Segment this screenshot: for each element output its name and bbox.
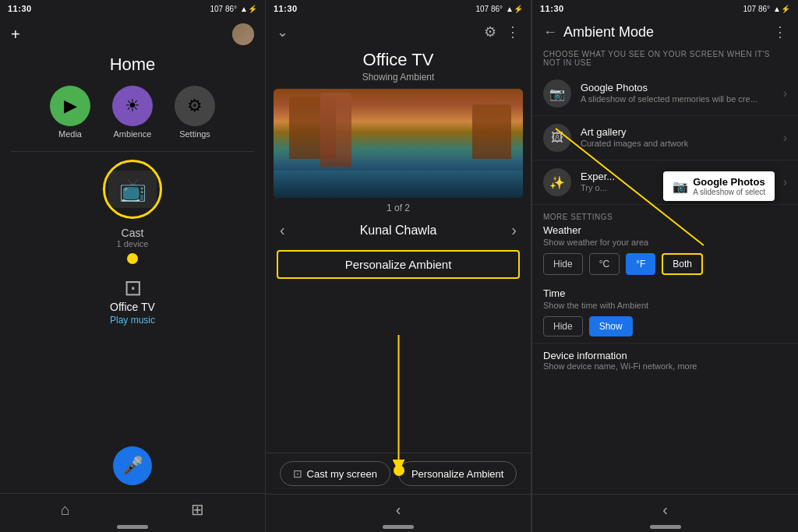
google-photos-option[interactable]: 📷 Google Photos A slideshow of selected … — [532, 72, 798, 116]
art-gallery-icon: 🖼 — [543, 124, 571, 152]
weather-both-btn[interactable]: Both — [662, 253, 703, 275]
art-gallery-chevron: › — [783, 131, 787, 145]
settings-gear-icon[interactable]: ⚙ — [484, 23, 496, 41]
panel-office-tv: 11:30 107 86° ▲⚡ ⌄ ⚙ ⋮ Office TV Showing… — [266, 0, 532, 532]
personalize-ambient-box[interactable]: Personalize Ambient — [277, 250, 520, 279]
panel-ambient-mode: 11:30 107 86° ▲⚡ ← Ambient Mode ⋮ CHOOSE… — [532, 0, 798, 532]
avatar-image — [232, 23, 254, 45]
more-settings-label: MORE SETTINGS — [532, 205, 798, 224]
tooltip-desc: A slideshow of select — [693, 188, 765, 196]
tooltip-title: Google Photos — [693, 176, 765, 188]
experimental-option[interactable]: ✨ Exper... Try o... › 📷 Google Photos A … — [532, 160, 798, 205]
ambient-image — [274, 89, 523, 198]
media-btn[interactable]: ▶ Media — [50, 86, 90, 139]
device-info-section: Device information Show device name, Wi-… — [532, 343, 798, 377]
bottom-nav-3: ‹ — [532, 494, 798, 522]
weather-desc: Show weather for your area — [543, 238, 787, 247]
device-info-title: Device information — [543, 350, 787, 361]
weather-btn-group: Hide °C °F Both — [543, 253, 787, 275]
panel2-header: ⌄ ⚙ ⋮ — [266, 17, 531, 47]
next-arrow-icon[interactable]: › — [505, 218, 523, 242]
status-bar-3: 11:30 107 86° ▲⚡ — [532, 0, 798, 17]
weather-fahrenheit-btn[interactable]: °F — [626, 253, 655, 275]
battery-wifi-icons-1: ▲⚡ — [240, 5, 257, 13]
ambient-label: Ambience — [114, 129, 152, 139]
google-photos-tooltip: 📷 Google Photos A slideshow of select — [663, 171, 775, 201]
bottom-nav-2: ‹ — [266, 494, 531, 522]
more-options-icon-3[interactable]: ⋮ — [773, 23, 787, 41]
section-choose-label: CHOOSE WHAT YOU SEE ON YOUR SCREEN WHEN … — [532, 47, 798, 72]
image-counter: 1 of 2 — [266, 203, 531, 213]
personalize-ambient-btn-label: Personalize Ambient — [411, 468, 504, 480]
prev-arrow-icon[interactable]: ‹ — [274, 218, 291, 242]
google-photos-title: Google Photos — [581, 82, 774, 93]
more-options-icon[interactable]: ⋮ — [506, 23, 520, 41]
yellow-dot-2 — [394, 465, 404, 476]
back-nav-icon-2[interactable]: ‹ — [396, 501, 401, 519]
back-arrow-icon[interactable]: ← — [543, 24, 557, 41]
showing-ambient-subtitle: Showing Ambient — [266, 72, 531, 83]
panel3-header: ← Ambient Mode ⋮ — [532, 17, 798, 47]
home-title: Home — [0, 51, 265, 86]
time-1: 11:30 — [8, 4, 32, 13]
cast-screen-label: Cast my screen — [307, 468, 377, 480]
cast-section-label: Cast — [122, 227, 144, 239]
status-bar-1: 11:30 107 86° ▲⚡ — [0, 0, 265, 17]
device-info-desc: Show device name, Wi-Fi network, more — [543, 361, 787, 371]
chevron-down-icon[interactable]: ⌄ — [277, 23, 288, 41]
back-nav-icon-3[interactable]: ‹ — [662, 501, 668, 519]
office-tv-title: Office TV — [266, 47, 531, 72]
device-row: ⊡ Office TV Play music — [0, 264, 265, 332]
tooltip-camera-icon: 📷 Google Photos A slideshow of select — [673, 176, 765, 196]
time-section: Time Show the time with Ambient Hide Sho… — [532, 281, 798, 343]
image-overlay — [274, 154, 523, 198]
yellow-dot-1 — [127, 253, 138, 264]
cast-sub-label: 1 device — [117, 239, 149, 248]
weather-hide-btn[interactable]: Hide — [543, 253, 583, 275]
add-icon[interactable]: + — [11, 26, 20, 44]
art-gallery-text: Art gallery Curated images and artwork — [581, 126, 774, 149]
art-gallery-title: Art gallery — [581, 126, 774, 138]
art-gallery-desc: Curated images and artwork — [581, 138, 774, 149]
cast-my-screen-btn[interactable]: ⊡ Cast my screen — [280, 461, 390, 486]
personalize-ambient-label: Personalize Ambient — [345, 258, 452, 271]
cast-screen-icon: ⊡ — [293, 467, 302, 480]
stack-nav-icon[interactable]: ⊞ — [191, 500, 204, 519]
home-nav-icon[interactable]: ⌂ — [61, 501, 70, 519]
time-3: 11:30 — [540, 4, 564, 13]
ambient-btn[interactable]: ☀ Ambience — [112, 86, 153, 139]
google-photos-desc: A slideshow of selected memories will be… — [581, 93, 774, 104]
nav-arrows-row: ‹ Kunal Chawla › — [266, 218, 531, 242]
personalize-ambient-btn[interactable]: Personalize Ambient — [398, 461, 517, 486]
experimental-icon: ✨ — [543, 168, 571, 196]
weather-celsius-btn[interactable]: °C — [589, 253, 620, 275]
status-bar-2: 11:30 107 86° ▲⚡ — [266, 0, 531, 17]
google-photos-icon: 📷 — [543, 79, 571, 107]
art-gallery-option[interactable]: 🖼 Art gallery Curated images and artwork… — [532, 116, 798, 160]
panel-home: 11:30 107 86° ▲⚡ + Home ▶ Media ☀ Ambien… — [0, 0, 266, 532]
avatar[interactable] — [232, 23, 254, 45]
device-action[interactable]: Play music — [110, 315, 155, 326]
panel1-header: + — [0, 17, 265, 51]
status-indicators-1: 107 86° ▲⚡ — [210, 5, 258, 13]
settings-btn[interactable]: ⚙ Settings — [175, 86, 215, 139]
weather-title: Weather — [543, 224, 787, 236]
google-photos-chevron: › — [783, 86, 787, 100]
panel2-action-icons: ⚙ ⋮ — [484, 23, 520, 41]
mic-icon: 🎤 — [122, 456, 143, 476]
mic-button[interactable]: 🎤 — [113, 446, 152, 485]
ambient-mode-title: Ambient Mode — [563, 24, 767, 41]
time-show-btn[interactable]: Show — [589, 316, 633, 336]
device-cast-icon: ⊡ — [124, 275, 142, 301]
weather-section: Weather Show weather for your area Hide … — [532, 224, 798, 281]
time-hide-btn[interactable]: Hide — [543, 316, 583, 336]
time-2: 11:30 — [274, 4, 298, 13]
status-indicators-3: 107 86° ▲⚡ — [743, 5, 791, 13]
settings-icon-circle: ⚙ — [175, 86, 215, 126]
settings-label: Settings — [179, 129, 210, 139]
status-indicators-2: 107 86° ▲⚡ — [476, 5, 524, 13]
google-photos-text: Google Photos A slideshow of selected me… — [581, 82, 774, 104]
experimental-chevron: › — [783, 175, 787, 189]
time-desc: Show the time with Ambient — [543, 301, 787, 310]
divider-1 — [11, 151, 254, 152]
